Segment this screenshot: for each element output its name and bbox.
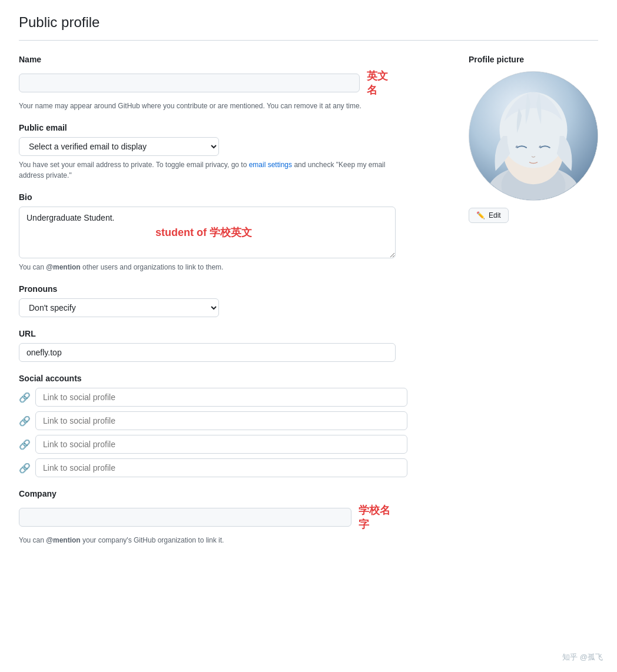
bio-wrapper: Undergraduate Student. student of 学校英文: [19, 207, 445, 258]
link-icon-3: 🔗: [19, 439, 31, 450]
link-icon-2: 🔗: [19, 415, 31, 427]
name-annotation: 英文名: [367, 69, 396, 97]
profile-picture-label: Profile picture: [469, 55, 524, 64]
page-title: Public profile: [19, 14, 598, 31]
edit-avatar-button[interactable]: ✏️ Edit: [469, 208, 509, 223]
bio-mention: @mention: [46, 263, 80, 271]
pronouns-select[interactable]: Don't specify he/him she/her they/them C…: [19, 298, 219, 317]
social-row-1: 🔗: [19, 388, 407, 407]
bio-helper: You can @mention other users and organiz…: [19, 262, 396, 272]
link-icon-1: 🔗: [19, 392, 31, 403]
main-layout: Name 英文名 Your name may appear around Git…: [19, 55, 598, 557]
social-row-3: 🔗: [19, 435, 407, 454]
link-icon-4: 🔗: [19, 463, 31, 474]
url-field-group: URL: [19, 329, 445, 362]
divider: [19, 40, 598, 41]
social-row-2: 🔗: [19, 411, 407, 430]
social-row-4: 🔗: [19, 458, 407, 477]
email-settings-link[interactable]: email settings: [249, 161, 292, 169]
social-accounts-field-group: Social accounts 🔗 🔗 🔗 🔗: [19, 374, 445, 477]
pronouns-label: Pronouns: [19, 284, 445, 294]
name-field-group: Name 英文名 Your name may appear around Git…: [19, 55, 445, 111]
avatar: [469, 71, 598, 201]
company-mention: @mention: [46, 536, 80, 544]
profile-picture-section: Profile picture: [469, 55, 598, 223]
company-annotation: 学校名字: [359, 503, 396, 531]
company-field-group: Company 学校名字 You can @mention your compa…: [19, 489, 445, 545]
social-input-4[interactable]: [35, 458, 407, 477]
social-input-2[interactable]: [35, 411, 407, 430]
company-label: Company: [19, 489, 445, 498]
social-input-1[interactable]: [35, 388, 407, 407]
company-input-wrapper: 学校名字: [19, 503, 396, 531]
social-accounts-label: Social accounts: [19, 374, 445, 383]
public-email-label: Public email: [19, 123, 445, 132]
social-input-3[interactable]: [35, 435, 407, 454]
name-label: Name: [19, 55, 445, 64]
url-input[interactable]: [19, 343, 396, 362]
social-accounts-container: 🔗 🔗 🔗 🔗: [19, 388, 407, 477]
name-input[interactable]: [19, 74, 360, 92]
avatar-image: [469, 72, 598, 200]
company-input[interactable]: [19, 508, 351, 527]
pronouns-field-group: Pronouns Don't specify he/him she/her th…: [19, 284, 445, 317]
url-label: URL: [19, 329, 445, 338]
name-input-wrapper: 英文名: [19, 69, 396, 97]
name-helper: Your name may appear around GitHub where…: [19, 101, 396, 111]
bio-label: Bio: [19, 192, 445, 202]
bio-input[interactable]: Undergraduate Student.: [19, 207, 396, 258]
avatar-container: [469, 71, 598, 201]
bio-field-group: Bio Undergraduate Student. student of 学校…: [19, 192, 445, 272]
public-email-helper: You have set your email address to priva…: [19, 159, 396, 181]
form-section: Name 英文名 Your name may appear around Git…: [19, 55, 445, 557]
public-email-select[interactable]: Select a verified email to display: [19, 137, 219, 156]
public-email-field-group: Public email Select a verified email to …: [19, 123, 445, 181]
pencil-icon: ✏️: [476, 211, 485, 219]
edit-button-label: Edit: [489, 211, 501, 219]
company-helper: You can @mention your company's GitHub o…: [19, 535, 396, 545]
